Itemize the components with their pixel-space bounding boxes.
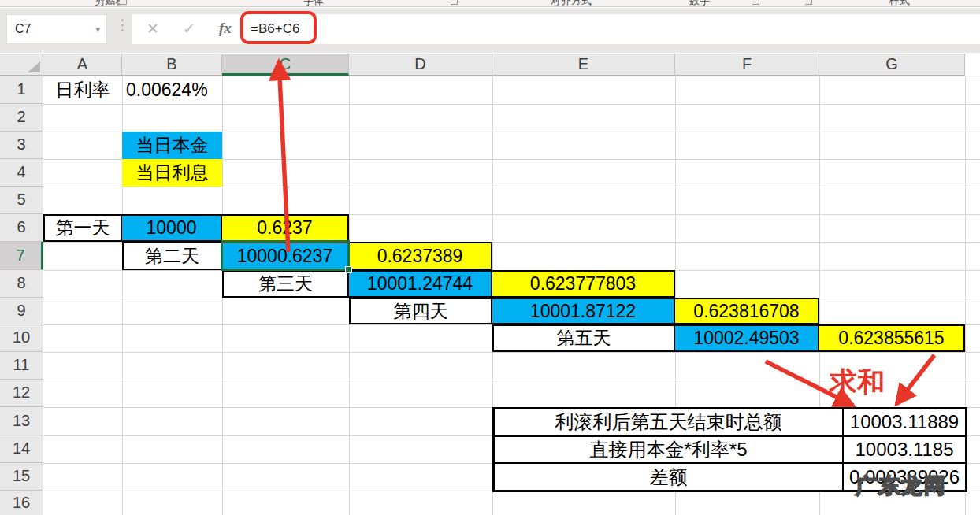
cell-day5-principal[interactable]: 10002.49503 [675,324,819,352]
row-header-12[interactable]: 12 [0,380,43,407]
selection-outline [221,240,350,271]
row-header-5[interactable]: 5 [0,187,43,214]
cancel-icon[interactable]: ✕ [147,20,159,38]
row-header-10[interactable]: 10 [0,324,43,352]
cell-day4-day[interactable]: 第四天 [349,298,492,324]
row-header-16[interactable]: 16 [0,491,43,515]
name-box-value: C7 [15,22,31,36]
column-header-A[interactable]: A [43,54,122,76]
row-header-4[interactable]: 4 [0,159,43,187]
row-header-7[interactable]: 7 [0,242,43,270]
row-header-15[interactable]: 15 [0,463,43,491]
select-all-corner[interactable] [0,54,43,76]
ribbon-group-label: 对齐方式 [551,0,592,7]
dialog-launcher-icon[interactable] [120,0,127,5]
ribbon-group-label: 数字 [689,0,710,7]
watermark: 广东龙网 [856,472,947,500]
chevron-down-icon[interactable]: ▾ [95,24,100,35]
ribbon-strip: 剪贴板字体对齐方式数字样式 [0,0,980,7]
summary-label[interactable]: 差额 [495,464,844,490]
cell-daily-rate-value[interactable]: 0.00624% [122,76,222,104]
cell-day2-interest[interactable]: 0.6237389 [349,242,492,270]
summary-value[interactable]: 10003.1185 [844,437,965,463]
cell-daily-rate-label[interactable]: 日利率 [43,76,122,104]
name-box[interactable]: C7 ▾ [6,14,107,44]
column-header-G[interactable]: G [819,54,965,76]
gridline [43,187,980,187]
cell-day4-principal[interactable]: 10001.87122 [492,298,675,324]
dialog-launcher-icon[interactable] [752,0,759,5]
column-header-C[interactable]: C [222,54,349,76]
gridline [43,104,980,105]
excel-window: 剪贴板字体对齐方式数字样式 C7 ▾ ⋮ ✕ ✓ fx =B6+C6 ABCDE… [0,0,980,515]
legend-principal[interactable]: 当日本金 [122,132,222,159]
cell-day1-interest[interactable]: 0.6237 [222,214,349,242]
cell-day1-day[interactable]: 第一天 [43,214,122,242]
ribbon-group-label: 字体 [303,0,324,7]
select-all-triangle-icon [28,61,40,72]
cell-day1-principal[interactable]: 10000 [122,214,222,242]
enter-icon[interactable]: ✓ [183,20,195,38]
dialog-launcher-icon[interactable] [451,0,458,5]
row-header-2[interactable]: 2 [0,104,43,132]
cell-day4-interest[interactable]: 0.623816708 [675,298,819,324]
cell-day5-day[interactable]: 第五天 [492,324,675,352]
ribbon-group-label: 样式 [889,0,910,7]
column-header-F[interactable]: F [675,54,819,76]
summary-row: 利滚利后第五天结束时总额10003.11889 [495,409,965,435]
insert-function-icon[interactable]: fx [219,20,232,37]
gridline [43,352,980,353]
row-header-3[interactable]: 3 [0,132,43,159]
column-header-E[interactable]: E [492,54,675,76]
summary-label[interactable]: 直接用本金*利率*5 [495,437,844,463]
column-header-D[interactable]: D [349,54,492,76]
row-header-13[interactable]: 13 [0,407,43,435]
row-header-14[interactable]: 14 [0,435,43,463]
row-header-9[interactable]: 9 [0,298,43,324]
formula-highlight-box [240,11,317,44]
row-header-11[interactable]: 11 [0,352,43,380]
legend-interest[interactable]: 当日利息 [122,159,222,187]
column-header-B[interactable]: B [122,54,222,76]
cell-day3-principal[interactable]: 10001.24744 [349,270,492,298]
formula-bar-grip-icon: ⋮ [115,16,128,34]
cell-day3-interest[interactable]: 0.623777803 [492,270,675,298]
fill-handle[interactable] [345,266,352,273]
formula-bar-row: C7 ▾ ⋮ ✕ ✓ fx =B6+C6 [0,8,980,53]
cell-day5-interest[interactable]: 0.623855615 [819,324,965,352]
row-header-8[interactable]: 8 [0,270,43,298]
summary-label[interactable]: 利滚利后第五天结束时总额 [495,409,844,435]
row-header-1[interactable]: 1 [0,76,43,104]
summary-value[interactable]: 10003.11889 [844,409,965,435]
row-header-6[interactable]: 6 [0,214,43,242]
sum-annotation-label: 求和 [830,364,885,401]
summary-row: 直接用本金*利率*510003.1185 [495,435,965,463]
dialog-launcher-icon[interactable] [805,0,812,5]
worksheet-grid: ABCDEFG12345678910111213141516 日利率0.0062… [0,53,980,515]
cell-day2-day[interactable]: 第二天 [122,242,222,270]
cell-day3-day[interactable]: 第三天 [222,270,349,298]
